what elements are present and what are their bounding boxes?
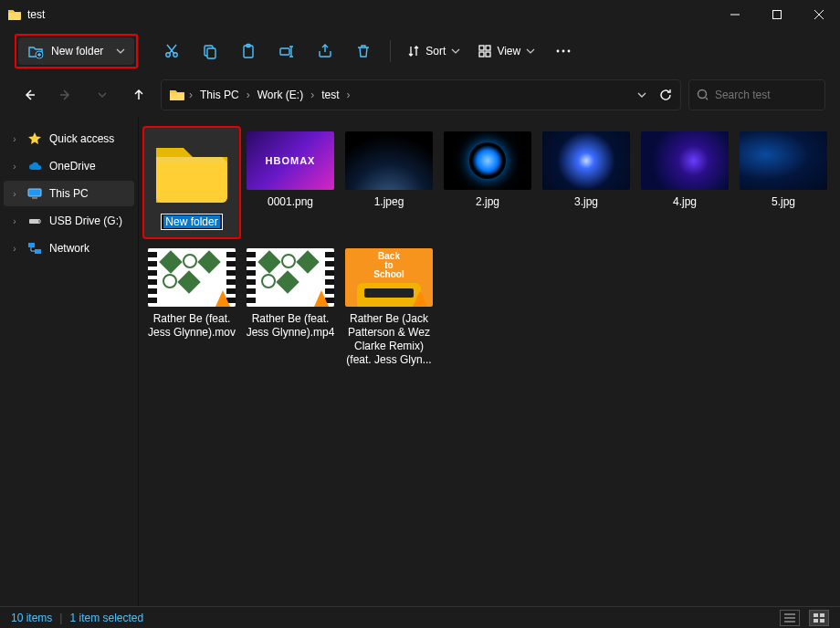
svg-point-15 [568, 50, 571, 53]
thumbnail [542, 131, 630, 190]
svg-rect-9 [479, 46, 484, 50]
svg-rect-10 [486, 46, 490, 50]
item-count: 10 items [11, 612, 52, 624]
file-list[interactable]: New folder HBOMAX 0001.png 1.jpeg 2.jpg … [139, 117, 840, 606]
up-button[interactable] [124, 80, 153, 110]
share-button[interactable] [308, 36, 342, 67]
svg-rect-24 [814, 613, 818, 617]
chevron-right-icon[interactable]: › [344, 89, 352, 101]
sidebar-item-network[interactable]: › Network [4, 236, 134, 261]
delete-button[interactable] [346, 36, 381, 67]
file-name: 0001.png [268, 195, 313, 209]
search-input[interactable] [715, 89, 817, 101]
vlc-icon [314, 290, 329, 307]
expand-icon[interactable]: › [9, 134, 20, 144]
pc-icon [27, 186, 42, 201]
maximize-button[interactable] [756, 0, 798, 29]
file-item[interactable]: 2.jpg [438, 126, 537, 239]
recent-button[interactable] [88, 80, 117, 110]
vlc-icon [215, 290, 230, 307]
star-icon [27, 131, 42, 146]
sidebar-item-this-pc[interactable]: › This PC [4, 181, 134, 206]
chevron-down-icon[interactable] [636, 89, 647, 100]
back-button[interactable] [15, 80, 44, 110]
toolbar: New folder Sort View [0, 29, 840, 73]
paste-button[interactable] [231, 36, 266, 67]
chevron-right-icon[interactable]: › [245, 89, 252, 101]
sidebar-item-onedrive[interactable]: › OneDrive [4, 153, 134, 179]
sidebar-item-label: This PC [49, 187, 89, 200]
folder-icon [169, 87, 185, 103]
thumbnail: BacktoSchool [345, 248, 433, 307]
file-item[interactable]: BacktoSchool Rather Be (Jack Patterson &… [340, 243, 438, 372]
thumbnail [444, 131, 531, 190]
search-box[interactable] [688, 79, 825, 110]
chevron-down-icon [116, 47, 125, 56]
svg-rect-23 [35, 249, 41, 254]
address-row: › This PC › Work (E:) › test › [0, 73, 840, 117]
expand-icon[interactable]: › [9, 162, 20, 172]
chevron-right-icon[interactable]: › [309, 89, 316, 101]
vlc-icon [413, 290, 427, 307]
sidebar-item-label: OneDrive [49, 160, 96, 173]
file-item-new-folder[interactable]: New folder [142, 126, 241, 239]
new-folder-button[interactable]: New folder [18, 37, 134, 65]
chevron-right-icon[interactable]: › [187, 89, 194, 101]
cloud-icon [27, 159, 42, 173]
minimize-button[interactable] [714, 0, 756, 29]
file-item[interactable]: HBOMAX 0001.png [241, 126, 340, 239]
thumbnail [247, 248, 334, 307]
file-item[interactable]: Rather Be (feat. Jess Glynne).mp4 [241, 243, 340, 372]
file-name: Rather Be (feat. Jess Glynne).mov [146, 312, 237, 340]
file-item[interactable]: 1.jpeg [340, 126, 438, 239]
expand-icon[interactable]: › [9, 189, 20, 199]
selection-count: 1 item selected [69, 612, 143, 624]
file-name: 1.jpeg [374, 195, 404, 209]
close-button[interactable] [798, 0, 840, 29]
folder-icon [148, 133, 236, 208]
file-item[interactable]: 4.jpg [635, 126, 734, 239]
more-button[interactable] [546, 36, 581, 67]
address-bar[interactable]: › This PC › Work (E:) › test › [161, 79, 681, 110]
svg-rect-27 [820, 619, 824, 623]
separator [390, 40, 391, 62]
svg-rect-0 [773, 11, 782, 19]
svg-point-14 [562, 50, 565, 53]
breadcrumb-work[interactable]: Work (E:) [254, 85, 307, 105]
sort-button[interactable]: Sort [400, 36, 467, 67]
cut-button[interactable] [154, 36, 189, 67]
file-name: 2.jpg [476, 195, 499, 209]
thumbnails-view-button[interactable] [809, 610, 829, 626]
file-item[interactable]: 5.jpg [734, 126, 833, 239]
new-folder-label: New folder [51, 45, 103, 58]
details-view-button[interactable] [780, 610, 800, 626]
expand-icon[interactable]: › [9, 244, 20, 254]
view-button[interactable]: View [471, 36, 542, 67]
svg-rect-21 [38, 220, 41, 223]
copy-button[interactable] [193, 36, 227, 67]
sidebar-item-label: Network [49, 242, 89, 255]
svg-rect-12 [486, 52, 490, 57]
file-item[interactable]: Rather Be (feat. Jess Glynne).mov [142, 243, 241, 372]
file-name: 5.jpg [772, 195, 795, 209]
window-title: test [27, 8, 714, 21]
thumbnail: HBOMAX [247, 131, 334, 190]
breadcrumb-test[interactable]: test [318, 85, 342, 105]
refresh-button[interactable] [658, 88, 673, 102]
file-name: Rather Be (Jack Patterson & Wez Clarke R… [343, 312, 435, 367]
svg-rect-22 [28, 243, 35, 247]
usb-icon [27, 214, 42, 228]
rename-button[interactable] [269, 36, 304, 67]
navigation-pane: › Quick access › OneDrive › This PC › US… [0, 117, 139, 606]
forward-button[interactable] [51, 80, 80, 110]
svg-rect-17 [28, 189, 41, 196]
svg-rect-11 [479, 52, 484, 57]
sidebar-item-label: Quick access [49, 132, 114, 145]
svg-rect-19 [32, 197, 37, 199]
sidebar-item-usb-drive[interactable]: › USB Drive (G:) [4, 208, 134, 234]
breadcrumb-this-pc[interactable]: This PC [196, 85, 243, 105]
expand-icon[interactable]: › [9, 216, 20, 226]
sidebar-item-quick-access[interactable]: › Quick access [4, 126, 134, 152]
file-item[interactable]: 3.jpg [537, 126, 635, 239]
rename-input[interactable]: New folder [161, 214, 222, 230]
